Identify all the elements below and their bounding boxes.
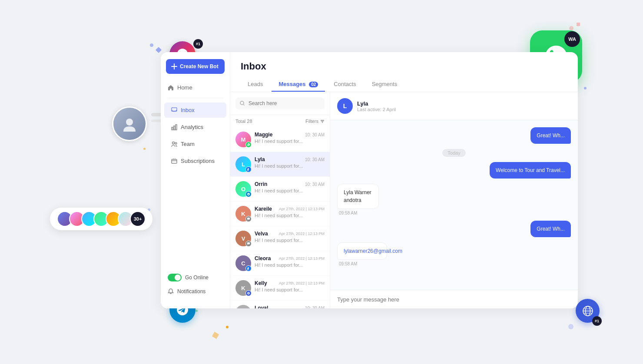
- app-wrapper: Create New Bot Home Inbox Analytics Team…: [161, 52, 578, 308]
- avatar-wrap: O: [235, 181, 251, 197]
- sidebar-divider: [168, 98, 223, 98]
- msg-timestamp: 09:58 AM: [337, 261, 409, 266]
- msg-content: Kelly Apr 27th, 2022 | 12:13 PM Hi! I ne…: [255, 280, 325, 292]
- avatar: L: [235, 305, 251, 308]
- platform-icon-facebook: [245, 265, 252, 271]
- msg-preview: Hi! I need support for...: [255, 163, 325, 169]
- chat-last-active: Last active: 2 April: [357, 107, 396, 112]
- msg-time: 10: 30 AM: [305, 182, 325, 187]
- filter-button[interactable]: Filters: [305, 119, 325, 124]
- chat-header-info: Lyla Last active: 2 April: [357, 100, 396, 112]
- main-content: Inbox Leads Messages 02 Contacts Segment…: [230, 52, 578, 308]
- platform-icon-telegram: [245, 191, 252, 197]
- tab-contacts[interactable]: Contacts: [327, 77, 363, 92]
- msg-name: Loyal: [255, 305, 268, 308]
- message-list: Total 28 Filters M: [230, 92, 330, 308]
- chat-messages: Great! Wh... Today Welcome to Tour and T…: [330, 120, 578, 290]
- msg-time: 10: 30 AM: [305, 306, 325, 309]
- wa-badge: WA: [564, 31, 580, 47]
- sidebar-item-team[interactable]: Team: [164, 136, 226, 152]
- msg-content: Lyla 10: 30 AM Hi! I need support for...: [255, 156, 325, 169]
- svg-point-16: [172, 142, 175, 144]
- avatar-wrap: V: [235, 231, 251, 246]
- msg-time: Apr 27th, 2022 | 12:13 PM: [279, 256, 325, 261]
- chat-input[interactable]: [337, 296, 571, 303]
- message-item-kareile[interactable]: K Kareile Apr 27th, 2022 | 12:13 PM Hi! …: [230, 202, 330, 226]
- sidebar-item-analytics[interactable]: Analytics: [164, 119, 226, 135]
- msg-name: Maggie: [255, 132, 272, 138]
- svg-rect-18: [172, 159, 177, 163]
- tab-leads[interactable]: Leads: [241, 77, 270, 92]
- svg-rect-14: [174, 126, 175, 130]
- page-title: Inbox: [241, 61, 567, 72]
- chat-bubble-sent: Welcome to Tour and Travel...: [490, 162, 571, 179]
- tab-messages[interactable]: Messages 02: [272, 77, 325, 92]
- chat-contact-avatar: L: [337, 98, 353, 114]
- chat-area: L Lyla Last active: 2 April Great! Wh...…: [330, 92, 578, 308]
- platform-icon-whatsapp: [245, 142, 252, 148]
- avatar-wrap: L: [235, 305, 251, 308]
- svg-point-17: [175, 142, 177, 144]
- messenger-badge: #1: [193, 39, 203, 49]
- msg-preview: Hi! I need support for...: [255, 139, 325, 144]
- svg-rect-15: [176, 125, 177, 130]
- msg-time: 10: 30 AM: [305, 132, 325, 137]
- svg-rect-21: [247, 242, 250, 245]
- avatar-wrap: K: [235, 280, 251, 296]
- sidebar-item-home[interactable]: Home: [161, 81, 230, 94]
- platform-icon-chat: [245, 216, 252, 222]
- notifications-item[interactable]: Notifications: [161, 285, 230, 298]
- list-header: Total 28 Filters: [230, 115, 330, 127]
- msg-name: Cleora: [255, 255, 271, 261]
- search-input[interactable]: [249, 100, 320, 106]
- svg-point-0: [126, 119, 133, 126]
- messages-badge: 02: [309, 82, 318, 87]
- create-bot-button[interactable]: Create New Bot: [166, 59, 225, 74]
- message-item-kelly[interactable]: K Kelly Apr 27th, 2022 | 12:13 PM Hi! I …: [230, 276, 330, 301]
- msg-time: 10: 30 AM: [305, 157, 325, 162]
- message-item-velva[interactable]: V Velva Apr 27th, 2022 | 12:13 PM Hi! I …: [230, 226, 330, 251]
- platform-icon-globe: [245, 290, 252, 296]
- message-item-cleora[interactable]: C Cleora Apr 27th, 2022 | 12:13 PM Hi! I…: [230, 251, 330, 276]
- platform-icon-chat: [245, 241, 252, 247]
- svg-rect-13: [172, 127, 173, 130]
- toggle-switch[interactable]: [168, 274, 182, 281]
- messages-scroll: M Maggie 10: 30 AM Hi! I need support fo…: [230, 127, 330, 308]
- globe-badge: #1: [592, 316, 602, 326]
- chat-bubble-sent: Great! Wh...: [530, 127, 571, 144]
- message-item-maggie[interactable]: M Maggie 10: 30 AM Hi! I need support fo…: [230, 127, 330, 152]
- sidebar-bottom: Go Online Notifications: [161, 267, 230, 301]
- tabs: Leads Messages 02 Contacts Segments: [241, 77, 567, 92]
- date-divider: Today: [442, 149, 465, 157]
- message-item-lyla[interactable]: L Lyla 10: 30 AM Hi! I need support for.…: [230, 152, 330, 177]
- message-item-orrin[interactable]: O Orrin 10: 30 AM Hi! I need support for…: [230, 177, 330, 202]
- msg-time: Apr 27th, 2022 | 12:13 PM: [279, 207, 325, 211]
- go-online-toggle[interactable]: Go Online: [161, 270, 230, 285]
- msg-name: Orrin: [255, 181, 267, 187]
- msg-content: Velva Apr 27th, 2022 | 12:13 PM Hi! I ne…: [255, 231, 325, 243]
- sidebar-item-inbox[interactable]: Inbox: [164, 103, 226, 118]
- chat-bubble-received: Lyla Warner andotra: [337, 184, 379, 209]
- search-bar: [230, 92, 330, 115]
- chat-input-area: [330, 290, 578, 308]
- platform-icon-facebook: [245, 166, 252, 172]
- profile-avatar: [112, 106, 147, 141]
- msg-name: Velva: [255, 231, 268, 237]
- sidebar-item-subscriptions[interactable]: Subscriptions: [164, 153, 226, 169]
- message-item-loyal[interactable]: L Loyal 10: 30 AM Hi! I need support for…: [230, 301, 330, 308]
- msg-preview: Hi! I need support for...: [255, 287, 325, 292]
- avatar-group-more: 30+: [130, 211, 146, 227]
- avatar-wrap: K: [235, 206, 251, 222]
- msg-content: Kareile Apr 27th, 2022 | 12:13 PM Hi! I …: [255, 206, 325, 218]
- svg-rect-20: [247, 218, 250, 220]
- chat-contact-name: Lyla: [357, 100, 396, 107]
- msg-preview: Hi! I need support for...: [255, 238, 325, 243]
- msg-time: Apr 27th, 2022 | 12:13 PM: [279, 232, 325, 236]
- inbox-header: Inbox Leads Messages 02 Contacts Segment…: [230, 52, 578, 92]
- msg-preview: Hi! I need support for...: [255, 262, 325, 268]
- tab-segments[interactable]: Segments: [365, 77, 404, 92]
- chat-bubble-email: lylawarner26@gmail.com: [337, 242, 387, 260]
- msg-content: Maggie 10: 30 AM Hi! I need support for.…: [255, 132, 325, 144]
- msg-name: Kelly: [255, 280, 267, 286]
- svg-point-19: [240, 101, 244, 105]
